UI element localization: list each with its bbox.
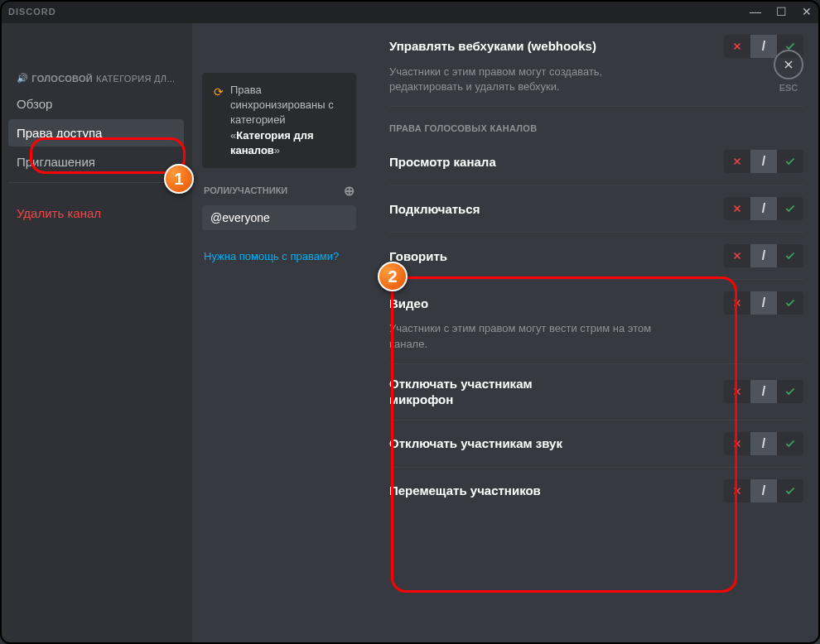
passthrough-icon[interactable]: / bbox=[750, 479, 777, 502]
role-everyone[interactable]: @everyone bbox=[202, 205, 356, 230]
sync-notice: ⟳ Права синхронизированы с категорией «К… bbox=[202, 73, 356, 168]
app-logo: DISCORD bbox=[8, 7, 56, 17]
allow-icon[interactable] bbox=[777, 479, 803, 502]
perm-deafen-title: Отключать участникам звук bbox=[389, 435, 562, 452]
sync-icon: ⟳ bbox=[214, 84, 224, 158]
allow-icon[interactable] bbox=[777, 291, 803, 315]
toggle-view[interactable]: / bbox=[724, 150, 803, 173]
perm-speak-title: Говорить bbox=[389, 248, 447, 265]
deny-icon[interactable] bbox=[724, 35, 750, 58]
deny-icon[interactable] bbox=[724, 150, 750, 173]
sidebar-item-permissions[interactable]: Права доступа bbox=[8, 119, 184, 147]
sync-text-2: Категория для каналов bbox=[230, 129, 314, 156]
annotation-badge-1: 1 bbox=[164, 164, 194, 194]
annotation-badge-2: 2 bbox=[378, 262, 408, 291]
perm-speak: Говорить / bbox=[389, 233, 803, 280]
perm-webhooks-title: Управлять вебхуками (webhooks) bbox=[389, 38, 596, 55]
perm-video: Видео / Участники с этим правом могут ве… bbox=[389, 280, 803, 363]
permissions-content: Управлять вебхуками (webhooks) / Участни… bbox=[366, 23, 820, 644]
allow-icon[interactable] bbox=[777, 244, 803, 267]
toggle-mute[interactable]: / bbox=[724, 380, 803, 403]
deny-icon[interactable] bbox=[724, 380, 750, 403]
toggle-move[interactable]: / bbox=[724, 479, 803, 502]
perm-video-title: Видео bbox=[389, 296, 428, 312]
sync-text-3: » bbox=[274, 144, 280, 156]
sidebar-item-delete[interactable]: Удалить канал bbox=[8, 199, 184, 227]
allow-icon[interactable] bbox=[777, 432, 803, 455]
section-voice-header: ПРАВА ГОЛОСОВЫХ КАНАЛОВ bbox=[389, 107, 803, 138]
toggle-connect[interactable]: / bbox=[724, 197, 803, 220]
allow-icon[interactable] bbox=[777, 150, 803, 173]
perm-webhooks-desc: Участники с этим правом могут создавать,… bbox=[389, 65, 654, 94]
perm-mute: Отключать участникам микрофон / bbox=[389, 364, 803, 421]
roles-header-label: РОЛИ/УЧАСТНИКИ bbox=[204, 185, 287, 195]
perm-video-desc: Участники с этим правом могут вести стри… bbox=[389, 321, 654, 351]
passthrough-icon[interactable]: / bbox=[750, 197, 777, 220]
allow-icon[interactable] bbox=[777, 380, 803, 403]
deny-icon[interactable] bbox=[724, 432, 750, 455]
passthrough-icon[interactable]: / bbox=[750, 380, 777, 403]
roles-column: ⟳ Права синхронизированы с категорией «К… bbox=[192, 23, 366, 644]
volume-icon: 🔊 bbox=[17, 73, 28, 84]
passthrough-icon[interactable]: / bbox=[750, 291, 777, 315]
roles-header: РОЛИ/УЧАСТНИКИ ⊕ bbox=[202, 183, 356, 199]
window-controls: — ☐ ✕ bbox=[750, 5, 812, 18]
add-role-icon[interactable]: ⊕ bbox=[344, 183, 355, 199]
perm-view-title: Просмотр канала bbox=[389, 154, 496, 171]
minimize-icon[interactable]: — bbox=[750, 5, 761, 18]
sidebar-item-invites[interactable]: Приглашения bbox=[8, 148, 184, 175]
help-link[interactable]: Нужна помощь с правами? bbox=[202, 250, 356, 262]
perm-move: Перемещать участников / bbox=[389, 468, 803, 514]
sidebar-item-overview[interactable]: Обзор bbox=[8, 90, 184, 118]
passthrough-icon[interactable]: / bbox=[750, 432, 777, 455]
sync-text: Права синхронизированы с категорией «Кат… bbox=[230, 83, 345, 158]
deny-icon[interactable] bbox=[724, 197, 750, 220]
sidebar-divider bbox=[8, 182, 184, 183]
deny-icon[interactable] bbox=[724, 244, 750, 267]
sidebar-header-suffix: КАТЕГОРИЯ ДЛ... bbox=[96, 74, 175, 84]
allow-icon[interactable] bbox=[777, 197, 803, 220]
maximize-icon[interactable]: ☐ bbox=[776, 5, 787, 18]
close-esc: ESC bbox=[774, 50, 803, 93]
close-window-icon[interactable]: ✕ bbox=[802, 5, 812, 18]
perm-connect-title: Подключаться bbox=[389, 201, 480, 218]
esc-label: ESC bbox=[779, 83, 798, 93]
toggle-deafen[interactable]: / bbox=[724, 432, 803, 455]
sidebar-header: 🔊 ГОЛОСОВОЙ КАТЕГОРИЯ ДЛ... bbox=[8, 73, 184, 90]
passthrough-icon[interactable]: / bbox=[750, 244, 777, 267]
deny-icon[interactable] bbox=[724, 291, 750, 315]
perm-webhooks: Управлять вебхуками (webhooks) / Участни… bbox=[389, 23, 803, 107]
toggle-video[interactable]: / bbox=[724, 291, 803, 315]
perm-deafen: Отключать участникам звук / bbox=[389, 421, 803, 468]
toggle-speak[interactable]: / bbox=[724, 244, 803, 267]
close-button[interactable] bbox=[774, 50, 803, 79]
sidebar-header-prefix: ГОЛОСОВОЙ bbox=[31, 74, 93, 84]
deny-icon[interactable] bbox=[724, 479, 750, 502]
perm-mute-title: Отключать участникам микрофон bbox=[389, 376, 596, 408]
perm-view: Просмотр канала / bbox=[389, 138, 803, 185]
perm-move-title: Перемещать участников bbox=[389, 483, 541, 499]
passthrough-icon[interactable]: / bbox=[750, 150, 777, 173]
titlebar: DISCORD — ☐ ✕ bbox=[0, 0, 820, 23]
sidebar: 🔊 ГОЛОСОВОЙ КАТЕГОРИЯ ДЛ... Обзор Права … bbox=[0, 23, 192, 644]
perm-connect: Подключаться / bbox=[389, 185, 803, 233]
